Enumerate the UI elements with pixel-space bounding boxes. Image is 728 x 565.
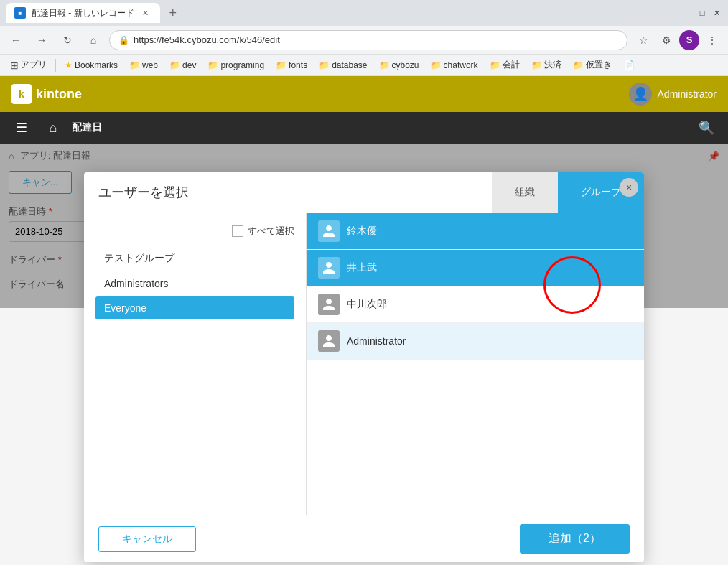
bookmark-dev[interactable]: 📁 dev	[165, 59, 200, 72]
search-button[interactable]: 🔍	[694, 115, 719, 141]
maximize-button[interactable]: □	[696, 7, 708, 19]
window-controls: — □ ✕	[682, 7, 722, 19]
folder-icon: 📁	[319, 60, 330, 70]
kintone-logo-text: kintone	[36, 87, 82, 102]
bookmarks-bar: ⊞ アプリ ★ Bookmarks 📁 web 📁 dev 📁 programi…	[0, 55, 728, 76]
folder-icon: 📁	[379, 60, 390, 70]
forward-button[interactable]: →	[32, 30, 52, 50]
select-all-row: すべて選択	[95, 222, 294, 241]
kintone-content-area: ⌂ アプリ: 配達日報 📌 キャン... 配達日時 * 2018-10-25 ド…	[0, 144, 728, 308]
tab-close-button[interactable]: ✕	[140, 7, 151, 19]
kintone-logo-icon: k	[11, 84, 32, 104]
group-item-everyone[interactable]: Everyone	[95, 296, 294, 319]
select-all-label: すべて選択	[248, 225, 294, 238]
folder-icon: 📁	[129, 60, 140, 70]
user-row-inoue[interactable]: 井上武	[307, 250, 644, 286]
folder-icon: 📁	[207, 60, 218, 70]
bookmark-temp[interactable]: 📁 仮置き	[569, 57, 616, 73]
kintone-header-right: 👤 Administrator	[629, 83, 717, 106]
close-window-button[interactable]: ✕	[711, 7, 722, 19]
refresh-button[interactable]: ↻	[57, 30, 78, 50]
minimize-button[interactable]: —	[682, 7, 694, 19]
bookmark-fonts-label: fonts	[289, 60, 307, 70]
bookmark-chatwork[interactable]: 📁 chatwork	[426, 59, 482, 72]
user-name-nakagawa: 中川次郎	[347, 298, 387, 311]
bookmark-programing[interactable]: 📁 programing	[203, 59, 269, 72]
avatar-person-icon: 👤	[633, 86, 648, 102]
dialog-add-button[interactable]: 追加（2）	[520, 524, 630, 554]
file-icon: 📄	[623, 60, 635, 70]
user-avatar-icon	[318, 220, 340, 242]
folder-icon: 📁	[490, 60, 500, 70]
k-letter: k	[19, 88, 24, 100]
select-all-checkbox[interactable]	[232, 225, 243, 237]
bookmark-accounting[interactable]: 📁 会計	[485, 57, 524, 73]
bookmark-apps[interactable]: ⊞ アプリ	[6, 57, 51, 73]
lock-icon: 🔒	[118, 35, 129, 45]
browser-user-avatar[interactable]: S	[679, 30, 699, 50]
tab-organization[interactable]: 組織	[492, 172, 558, 213]
apps-grid-icon: ⊞	[10, 60, 19, 71]
bookmark-star-button[interactable]: ☆	[633, 30, 653, 50]
dialog-close-button[interactable]: ×	[620, 178, 638, 197]
user-name-inoue: 井上武	[347, 261, 377, 274]
user-row-nakagawa[interactable]: 中川次郎	[307, 286, 644, 323]
back-button[interactable]: ←	[6, 30, 26, 50]
user-avatar-icon	[318, 330, 340, 352]
bookmark-web-label: web	[142, 60, 158, 70]
header-username: Administrator	[658, 88, 717, 100]
bookmark-database-label: database	[332, 60, 367, 70]
star-icon: ★	[65, 60, 73, 70]
browser-titlebar: ■ 配達日報 - 新しいレコード ✕ + — □ ✕	[0, 0, 728, 26]
bookmark-cybozu-label: cybozu	[392, 60, 419, 70]
home-nav-button[interactable]: ⌂	[40, 115, 66, 141]
address-bar: ← → ↻ ⌂ 🔒 https://fe54k.cybozu.com/k/546…	[0, 26, 728, 55]
dialog-body: すべて選択 テストグループ Administrators Everyone 鈴木…	[84, 213, 644, 515]
folder-icon: 📁	[169, 60, 180, 70]
folder-icon: 📁	[276, 60, 286, 70]
bookmark-fonts[interactable]: 📁 fonts	[271, 59, 312, 72]
tab-favicon: ■	[14, 7, 26, 19]
browser-menu-button[interactable]: ⋮	[702, 30, 722, 50]
new-tab-button[interactable]: +	[163, 3, 183, 23]
header-user[interactable]: 👤 Administrator	[629, 83, 717, 106]
group-item-testgroup[interactable]: テストグループ	[95, 246, 294, 271]
header-avatar: 👤	[629, 83, 652, 106]
user-row-administrator[interactable]: Administrator	[307, 323, 644, 360]
bookmark-web[interactable]: 📁 web	[125, 59, 162, 72]
dialog-header: ユーザーを選択 組織 グループ ×	[84, 172, 644, 213]
bookmark-payment[interactable]: 📁 決済	[527, 57, 566, 73]
bookmark-payment-label: 決済	[544, 59, 561, 71]
kintone-logo: k kintone	[11, 84, 82, 104]
kintone-nav: ☰ ⌂ 配達日 🔍	[0, 112, 728, 144]
bookmark-chatwork-label: chatwork	[444, 60, 478, 70]
extensions-button[interactable]: ⚙	[656, 30, 676, 50]
home-button[interactable]: ⌂	[83, 30, 103, 50]
bookmark-database[interactable]: 📁 database	[314, 59, 371, 72]
group-item-administrators[interactable]: Administrators	[95, 272, 294, 295]
separator	[55, 59, 56, 72]
user-name-suzuki: 鈴木優	[347, 225, 377, 238]
hamburger-menu-button[interactable]: ☰	[9, 115, 34, 141]
folder-icon: 📁	[531, 60, 542, 70]
group-list-panel: すべて選択 テストグループ Administrators Everyone	[84, 213, 307, 515]
dialog-footer: キャンセル 追加（2）	[84, 515, 644, 562]
user-name-administrator: Administrator	[347, 335, 406, 347]
dialog-cancel-button[interactable]: キャンセル	[98, 526, 196, 552]
bookmark-cybozu[interactable]: 📁 cybozu	[375, 59, 424, 72]
bookmark-bookmarks-label: Bookmarks	[75, 60, 118, 70]
bookmark-dev-label: dev	[182, 60, 196, 70]
dialog-title: ユーザーを選択	[84, 172, 203, 213]
bookmark-bookmarks[interactable]: ★ Bookmarks	[60, 59, 122, 72]
url-text: https://fe54k.cybozu.com/k/546/edit	[134, 34, 280, 45]
bookmark-apps-label: アプリ	[21, 59, 47, 71]
folder-icon: 📁	[431, 60, 442, 70]
kintone-header: k kintone 👤 Administrator	[0, 76, 728, 112]
browser-actions: ☆ ⚙ S ⋮	[633, 30, 722, 50]
active-tab[interactable]: ■ 配達日報 - 新しいレコード ✕	[6, 3, 160, 23]
tab-title: 配達日報 - 新しいレコード	[32, 7, 134, 19]
url-bar[interactable]: 🔒 https://fe54k.cybozu.com/k/546/edit	[109, 30, 627, 50]
user-avatar-icon	[318, 257, 340, 279]
bookmark-file[interactable]: 📄	[619, 58, 639, 72]
user-row-suzuki[interactable]: 鈴木優	[307, 213, 644, 250]
